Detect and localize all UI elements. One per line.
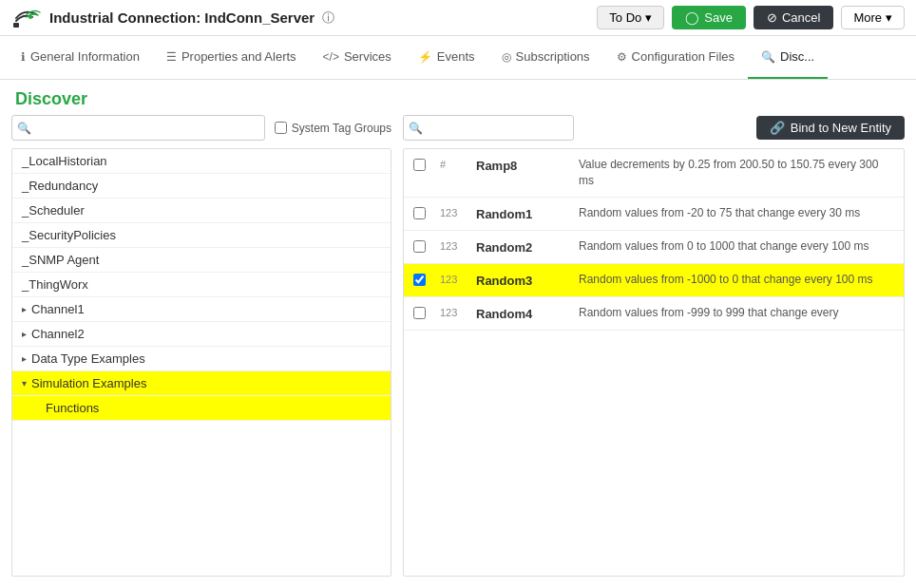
tab-subscriptions-label: Subscriptions <box>516 49 590 64</box>
right-search-input[interactable] <box>403 115 574 141</box>
tree-item-thingworx[interactable]: _ThingWorx <box>12 273 391 297</box>
row-name: Random3 <box>476 272 571 288</box>
system-tag-text: System Tag Groups <box>292 122 391 135</box>
row-checkbox[interactable] <box>413 240 426 253</box>
row-type: # <box>440 157 468 170</box>
row-description: Random values from -20 to 75 that change… <box>579 205 894 221</box>
discover-icon: 🔍 <box>761 50 775 64</box>
row-checkbox[interactable] <box>413 159 426 171</box>
tab-events-label: Events <box>437 49 475 64</box>
right-search-wrap: 🔍 <box>403 115 574 141</box>
row-checkbox-wrap[interactable] <box>413 157 432 174</box>
app-logo-icon <box>11 8 42 28</box>
tab-properties-label: Properties and Alerts <box>181 49 296 64</box>
save-check-icon: ◯ <box>685 10 699 25</box>
row-type: 123 <box>440 305 468 318</box>
left-panel: 🔍 System Tag Groups _LocalHistorian_Redu… <box>11 115 391 577</box>
system-tag-group-label[interactable]: System Tag Groups <box>275 122 391 135</box>
tab-services[interactable]: </> Services <box>310 36 405 79</box>
bind-label: Bind to New Entity <box>791 121 891 135</box>
info-icon: ℹ <box>21 50 26 64</box>
chevron-right-icon: ▸ <box>22 329 27 339</box>
data-table: #Ramp8Value decrements by 0.25 from 200.… <box>403 148 905 577</box>
todo-label: To Do <box>609 10 641 25</box>
tree-item-label: Channel1 <box>31 302 85 316</box>
row-description: Random values from 0 to 1000 that change… <box>579 238 894 255</box>
tree-item-label: _ThingWorx <box>22 277 88 292</box>
row-checkbox-wrap[interactable] <box>413 272 432 289</box>
more-button[interactable]: More ▾ <box>841 6 905 29</box>
tree-item-redundancy[interactable]: _Redundancy <box>12 174 391 199</box>
tab-events[interactable]: ⚡ Events <box>405 36 488 79</box>
lightning-icon: ⚡ <box>418 50 432 64</box>
tree-item-label: _Redundancy <box>22 179 98 193</box>
row-checkbox[interactable] <box>413 307 426 319</box>
tree-item-channel1[interactable]: ▸Channel1 <box>12 297 391 322</box>
tree-item-label: _SecurityPolicies <box>22 228 116 242</box>
row-name: Random4 <box>476 305 571 321</box>
chevron-right-icon: ▸ <box>22 353 27 364</box>
table-row: 123Random1Random values from -20 to 75 t… <box>404 198 904 231</box>
cancel-label: Cancel <box>782 10 820 25</box>
bind-link-icon: 🔗 <box>770 121 785 135</box>
tree-item-channel2[interactable]: ▸Channel2 <box>12 322 391 347</box>
nav-tabs: ℹ General Information ☰ Properties and A… <box>0 36 916 80</box>
table-row: 123Random3Random values from -1000 to 0 … <box>404 264 904 297</box>
row-name: Random2 <box>476 238 571 255</box>
code-icon: </> <box>323 50 339 64</box>
chevron-right-icon: ▸ <box>22 304 27 314</box>
row-checkbox-wrap[interactable] <box>413 305 432 322</box>
tab-properties[interactable]: ☰ Properties and Alerts <box>153 36 310 79</box>
discover-layout: 🔍 System Tag Groups _LocalHistorian_Redu… <box>0 115 916 588</box>
tree-item-label: Simulation Examples <box>31 376 146 390</box>
left-search-input[interactable] <box>11 115 265 141</box>
todo-chevron-icon: ▾ <box>645 10 652 25</box>
tab-config[interactable]: ⚙ Configuration Files <box>603 36 748 79</box>
right-search-icon: 🔍 <box>409 122 423 135</box>
row-checkbox-wrap[interactable] <box>413 238 432 256</box>
tree-item-security[interactable]: _SecurityPolicies <box>12 223 391 248</box>
tree-item-snmp[interactable]: _SNMP Agent <box>12 248 391 273</box>
header: Industrial Connection: IndConn_Server ⓘ … <box>0 0 916 36</box>
subscriptions-icon: ◎ <box>502 50 511 64</box>
tab-discover-label: Disc... <box>780 49 814 64</box>
row-type: 123 <box>440 272 468 285</box>
tree-item-data-type[interactable]: ▸Data Type Examples <box>12 347 391 371</box>
cancel-button[interactable]: ⊘ Cancel <box>754 6 833 29</box>
tree-item-label: Channel2 <box>31 327 85 341</box>
app-logo <box>11 8 42 28</box>
row-description: Value decrements by 0.25 from 200.50 to … <box>579 157 894 189</box>
row-checkbox[interactable] <box>413 207 426 219</box>
tree-item-label: Data Type Examples <box>31 351 145 366</box>
left-search-icon: 🔍 <box>17 122 31 135</box>
tree-item-label: _LocalHistorian <box>22 154 107 168</box>
todo-button[interactable]: To Do ▾ <box>597 6 664 29</box>
right-panel: 🔍 🔗 Bind to New Entity #Ramp8Value decre… <box>403 115 905 577</box>
tab-general-label: General Information <box>30 49 140 64</box>
tree-item-label: Functions <box>46 401 99 415</box>
svg-rect-0 <box>13 23 19 28</box>
help-icon[interactable]: ⓘ <box>322 9 334 27</box>
row-name: Ramp8 <box>476 157 571 173</box>
tab-discover[interactable]: 🔍 Disc... <box>748 36 828 79</box>
row-checkbox[interactable] <box>413 274 426 286</box>
table-row: 123Random2Random values from 0 to 1000 t… <box>404 231 904 264</box>
page-title-bar: Discover <box>0 80 916 115</box>
row-description: Random values from -999 to 999 that chan… <box>579 305 894 321</box>
tab-services-label: Services <box>344 49 391 64</box>
row-checkbox-wrap[interactable] <box>413 205 432 222</box>
save-button[interactable]: ◯ Save <box>672 6 746 29</box>
table-row: #Ramp8Value decrements by 0.25 from 200.… <box>404 149 904 198</box>
tree-item-scheduler[interactable]: _Scheduler <box>12 199 391 223</box>
tab-general[interactable]: ℹ General Information <box>8 36 153 79</box>
tree-item-functions[interactable]: Functions <box>12 396 391 421</box>
bind-new-entity-button[interactable]: 🔗 Bind to New Entity <box>756 116 905 140</box>
tree-item-simulation[interactable]: ▾Simulation Examples <box>12 371 391 396</box>
left-search-row: 🔍 System Tag Groups <box>11 115 391 141</box>
system-tag-checkbox[interactable] <box>275 122 287 134</box>
tab-config-label: Configuration Files <box>632 49 735 64</box>
row-description: Random values from -1000 to 0 that chang… <box>579 272 894 288</box>
tab-subscriptions[interactable]: ◎ Subscriptions <box>488 36 603 79</box>
table-row: 123Random4Random values from -999 to 999… <box>404 297 904 331</box>
tree-item-local-historian[interactable]: _LocalHistorian <box>12 149 391 174</box>
